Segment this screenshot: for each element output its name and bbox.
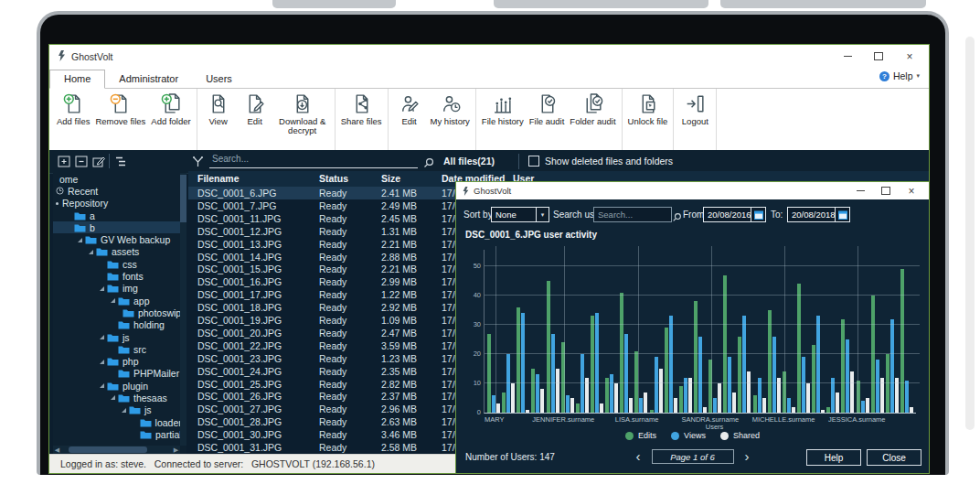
tab-administrator[interactable]: Administrator: [105, 70, 192, 88]
bar-shared[interactable]: [526, 410, 529, 413]
bar-shared[interactable]: [556, 369, 559, 413]
search-icon[interactable]: [423, 156, 434, 172]
bar-views[interactable]: [566, 395, 570, 413]
from-date-input[interactable]: 20/08/2016: [703, 207, 754, 222]
bar-edits[interactable]: [871, 296, 875, 413]
bar-shared[interactable]: [600, 403, 603, 413]
bar-edits[interactable]: [841, 319, 845, 413]
bar-views[interactable]: [581, 354, 584, 413]
bar-views[interactable]: [816, 316, 820, 413]
tree-item-holding[interactable]: holding: [53, 319, 186, 331]
expander-icon[interactable]: [111, 298, 115, 303]
bar-views[interactable]: [876, 360, 879, 413]
tree-view-icon[interactable]: [114, 155, 129, 167]
bar-shared[interactable]: [792, 407, 795, 413]
maximize-button[interactable]: [881, 187, 890, 196]
bar-views[interactable]: [655, 357, 658, 413]
tree-item-img[interactable]: img: [53, 283, 186, 295]
tree-horizontal-scrollbar[interactable]: ◀ ▶: [53, 446, 180, 454]
calendar-icon[interactable]: [751, 207, 766, 222]
close-button[interactable]: ×: [907, 187, 916, 196]
expander-icon[interactable]: [100, 335, 104, 339]
search-icon[interactable]: [672, 210, 682, 226]
bar-views[interactable]: [669, 316, 673, 413]
tree-item-fonts[interactable]: fonts: [53, 270, 186, 282]
sort-by-select[interactable]: None ▾: [491, 207, 549, 222]
bar-views[interactable]: [846, 339, 849, 413]
bar-shared[interactable]: [866, 398, 869, 413]
bar-shared[interactable]: [850, 371, 854, 413]
bar-views[interactable]: [639, 398, 643, 413]
bar-views[interactable]: [506, 354, 510, 413]
bar-edits[interactable]: [768, 310, 772, 413]
expander-icon[interactable]: [100, 286, 104, 291]
share-files-button[interactable]: Share files: [338, 91, 385, 127]
bar-views[interactable]: [890, 319, 894, 413]
tree-item-plugin[interactable]: plugin: [53, 380, 186, 392]
bar-edits[interactable]: [753, 395, 757, 413]
bar-views[interactable]: [595, 313, 599, 413]
bar-views[interactable]: [861, 401, 865, 413]
maximize-button[interactable]: [874, 52, 883, 61]
tree-item-ome[interactable]: ome: [53, 173, 186, 185]
bar-views[interactable]: [787, 398, 791, 413]
calendar-icon[interactable]: [835, 207, 850, 222]
help-button[interactable]: ? Help ▾: [879, 70, 920, 81]
bar-shared[interactable]: [496, 403, 500, 413]
expander-icon[interactable]: [100, 383, 104, 388]
column-header-status[interactable]: Status: [319, 173, 348, 184]
edit-node-icon[interactable]: [91, 155, 106, 167]
bar-shared[interactable]: [747, 371, 751, 413]
bar-shared[interactable]: [570, 398, 574, 413]
bar-shared[interactable]: [644, 393, 647, 413]
tree-item-app[interactable]: app: [53, 295, 186, 307]
bar-shared[interactable]: [910, 407, 913, 413]
expander-icon[interactable]: [122, 408, 126, 413]
bar-edits[interactable]: [723, 275, 727, 413]
tree-item-b[interactable]: b: [53, 221, 186, 233]
bar-shared[interactable]: [674, 398, 677, 413]
bar-shared[interactable]: [718, 383, 721, 413]
bar-shared[interactable]: [614, 383, 618, 413]
bar-edits[interactable]: [487, 334, 491, 413]
search-users-input[interactable]: Search...: [593, 207, 672, 222]
edit-button[interactable]: Edit: [237, 91, 273, 127]
bar-views[interactable]: [521, 313, 525, 413]
expander-icon[interactable]: [111, 395, 115, 400]
tab-home[interactable]: Home: [49, 70, 105, 89]
tree-item-recent[interactable]: Recent: [53, 185, 186, 197]
remove-node-icon[interactable]: [74, 155, 89, 167]
bar-edits[interactable]: [650, 410, 654, 413]
bar-edits[interactable]: [886, 354, 889, 413]
tree-item-css[interactable]: css: [53, 258, 186, 270]
bar-shared[interactable]: [732, 393, 736, 413]
bar-shared[interactable]: [806, 383, 810, 413]
help-button[interactable]: Help: [806, 449, 861, 466]
bar-edits[interactable]: [797, 284, 801, 413]
bar-edits[interactable]: [679, 386, 683, 413]
expander-icon[interactable]: [78, 238, 82, 242]
tree-item-assets[interactable]: assets: [53, 246, 186, 258]
tree-item-a[interactable]: a: [53, 210, 186, 221]
file-audit-button[interactable]: File audit: [527, 91, 568, 127]
bar-views[interactable]: [905, 381, 909, 413]
bar-shared[interactable]: [836, 393, 839, 413]
bar-edits[interactable]: [576, 403, 580, 413]
bar-views[interactable]: [713, 398, 717, 413]
bar-edits[interactable]: [665, 328, 668, 413]
view-button[interactable]: View: [200, 91, 237, 127]
bar-edits[interactable]: [812, 345, 815, 413]
tree-item-repository[interactable]: Repository: [53, 198, 186, 210]
bar-views[interactable]: [742, 316, 746, 413]
bar-shared[interactable]: [762, 398, 766, 413]
bar-views[interactable]: [536, 374, 539, 413]
bar-edits[interactable]: [826, 407, 830, 413]
page-next-icon[interactable]: ›: [745, 448, 750, 465]
tree-item-js[interactable]: js: [53, 404, 186, 416]
minimize-button[interactable]: [856, 187, 865, 196]
column-header-size[interactable]: Size: [381, 173, 400, 184]
tree-item-partials[interactable]: partials: [53, 428, 186, 440]
close-dialog-button[interactable]: Close: [867, 449, 921, 466]
bar-shared[interactable]: [511, 383, 515, 413]
column-header-filename[interactable]: Filename: [197, 173, 240, 184]
